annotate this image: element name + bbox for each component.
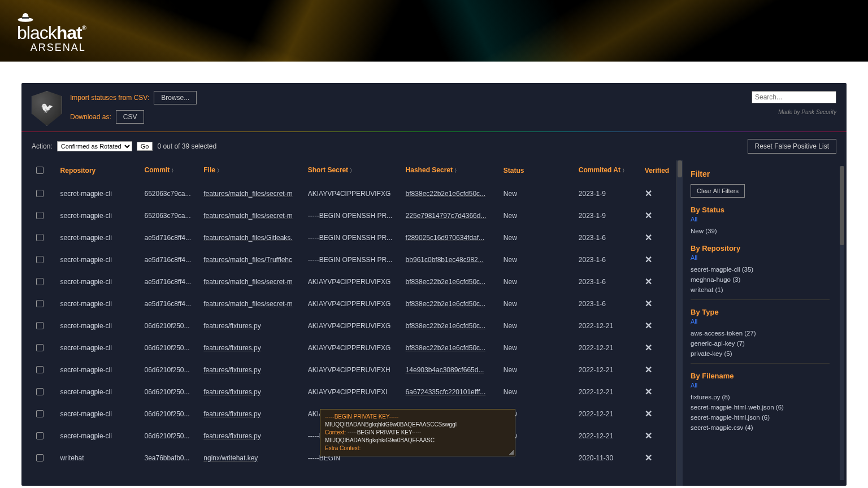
cell-repo: secret-magpie-cli [56, 182, 140, 204]
resize-handle-icon[interactable] [509, 450, 514, 455]
go-button[interactable]: Go [137, 142, 153, 151]
reset-false-positive-button[interactable]: Reset False Positive List [748, 139, 836, 154]
table-row[interactable]: secret-magpie-cli652063c79ca...features/… [32, 182, 676, 204]
repo-all-link[interactable]: All [691, 254, 830, 261]
cell-file-link[interactable]: features/match_files/secret-m [203, 300, 292, 308]
cell-file-link[interactable]: features/fixtures.py [203, 344, 261, 352]
col-short-secret[interactable]: Short Secret〉 [303, 160, 401, 182]
cell-hashed-link[interactable]: bf838ec22b2e1e6cfd50c... [406, 344, 485, 352]
cell-hashed-link[interactable]: bf838ec22b2e1e6cfd50c... [406, 322, 485, 330]
cell-hashed-link[interactable]: 6a6724335cfc220101efff... [406, 388, 486, 396]
banner-geometry [0, 0, 868, 62]
cell-commit: ae5d716c8ff4... [140, 249, 199, 271]
filter-type-item[interactable]: aws-access-token (27) [691, 328, 830, 338]
cell-hashed-link[interactable]: bf838ec22b2e1e6cfd50c... [406, 300, 485, 308]
row-checkbox[interactable] [36, 388, 44, 395]
cell-commit: 06d6210f250... [140, 359, 199, 381]
cell-file-link[interactable]: features/fixtures.py [203, 388, 261, 396]
col-file[interactable]: File〉 [199, 160, 303, 182]
verified-cross-icon: ✕ [640, 425, 676, 447]
cell-file-link[interactable]: features/fixtures.py [203, 410, 261, 418]
cell-file-link[interactable]: features/match_files/Trufflehc [203, 256, 292, 264]
cell-status: New [499, 226, 574, 249]
cell-file-link[interactable]: features/match_files/secret-m [203, 190, 292, 198]
col-status[interactable]: Status [499, 160, 574, 182]
filter-status-item[interactable]: New (39) [691, 226, 830, 236]
table-row[interactable]: secret-magpie-cliae5d716c8ff4...features… [32, 226, 676, 249]
cell-date: 2022-12-21 [574, 403, 640, 425]
row-checkbox[interactable] [36, 454, 44, 461]
search-input[interactable] [752, 91, 836, 103]
table-row[interactable]: secret-magpie-cliae5d716c8ff4...features… [32, 249, 676, 271]
status-all-link[interactable]: All [691, 216, 830, 223]
row-checkbox[interactable] [36, 410, 44, 417]
col-hashed-secret[interactable]: Hashed Secret〉 [401, 160, 499, 182]
cell-file-link[interactable]: features/match_files/secret-m [203, 212, 292, 220]
type-all-link[interactable]: All [691, 318, 830, 325]
col-repository[interactable]: Repository [56, 160, 140, 182]
cell-repo: secret-magpie-cli [56, 271, 140, 293]
filter-file-item[interactable]: secret-magpie.csv (4) [691, 422, 830, 433]
cell-hashed-link[interactable]: 14e903b4ac3089cf665d... [406, 366, 484, 374]
table-row[interactable]: secret-magpie-cli06d6210f250...features/… [32, 359, 676, 381]
row-checkbox[interactable] [36, 344, 44, 351]
verified-cross-icon: ✕ [640, 337, 676, 359]
row-checkbox[interactable] [36, 366, 44, 373]
cell-commit: 06d6210f250... [140, 425, 199, 447]
cell-hashed-link[interactable]: 225e79814797c7d4366d... [406, 212, 487, 220]
col-verified[interactable]: Verified [640, 160, 676, 182]
filter-type-item[interactable]: generic-api-key (7) [691, 338, 830, 348]
cell-file-link[interactable]: features/match_files/secret-m [203, 278, 292, 286]
cell-file-link[interactable]: features/fixtures.py [203, 322, 261, 330]
file-all-link[interactable]: All [691, 382, 830, 389]
brand-banner: blackhat® ARSENAL [0, 0, 868, 62]
filter-file-item[interactable]: secret-magpie-html.json (6) [691, 412, 830, 422]
cell-date: 2023-1-6 [574, 293, 640, 315]
cell-hashed-link[interactable]: bb961c0bf8b1ec48c982... [406, 256, 484, 264]
filter-type-item[interactable]: private-key (5) [691, 348, 830, 359]
col-committed-at[interactable]: Commited At〉 [574, 160, 640, 182]
cell-hashed-link[interactable]: bf838ec22b2e1e6cfd50c... [406, 190, 485, 198]
row-checkbox[interactable] [36, 256, 44, 263]
verified-cross-icon: ✕ [640, 315, 676, 337]
cell-status: New [499, 381, 574, 403]
action-select[interactable]: Confirmed as Rotated [57, 141, 132, 151]
selection-count: 0 out of 39 selected [157, 142, 216, 150]
cell-hashed-link[interactable]: bf838ec22b2e1e6cfd50c... [406, 278, 485, 286]
filter-repo-item[interactable]: secret-magpie-cli (35) [691, 264, 830, 274]
table-scrollbar[interactable] [676, 160, 683, 486]
table-row[interactable]: secret-magpie-cli06d6210f250...features/… [32, 381, 676, 403]
table-row[interactable]: secret-magpie-cli06d6210f250...features/… [32, 337, 676, 359]
cell-file-link[interactable]: features/fixtures.py [203, 366, 261, 374]
row-checkbox[interactable] [36, 322, 44, 329]
clear-all-filters-button[interactable]: Clear All Filters [691, 184, 745, 198]
table-row[interactable]: secret-magpie-cli06d6210f250...features/… [32, 315, 676, 337]
cell-file-link[interactable]: features/fixtures.py [203, 432, 261, 440]
select-all-checkbox[interactable] [36, 167, 44, 174]
filter-repo-item[interactable]: writehat (1) [691, 285, 830, 295]
sidebar-scrollbar[interactable] [840, 166, 844, 480]
table-row[interactable]: secret-magpie-cli652063c79ca...features/… [32, 204, 676, 226]
cell-status: New [499, 293, 574, 315]
filter-repo-item[interactable]: meghna-hugo (3) [691, 274, 830, 285]
table-row[interactable]: secret-magpie-cliae5d716c8ff4...features… [32, 271, 676, 293]
row-checkbox[interactable] [36, 300, 44, 307]
verified-cross-icon: ✕ [640, 226, 676, 249]
row-checkbox[interactable] [36, 278, 44, 285]
row-checkbox[interactable] [36, 234, 44, 241]
table-row[interactable]: secret-magpie-cliae5d716c8ff4...features… [32, 293, 676, 315]
row-checkbox[interactable] [36, 190, 44, 197]
filter-file-item[interactable]: secret-magpie-html-web.json (6) [691, 402, 830, 412]
verified-cross-icon: ✕ [640, 182, 676, 204]
row-checkbox[interactable] [36, 212, 44, 219]
cell-commit: 06d6210f250... [140, 315, 199, 337]
col-commit[interactable]: Commit〉 [140, 160, 199, 182]
cell-hashed-link[interactable]: f289025c16d970634fdaf... [406, 234, 484, 242]
cell-file-link[interactable]: features/match_files/Gitleaks. [203, 234, 292, 242]
browse-button[interactable]: Browse... [154, 91, 197, 104]
cell-file-link[interactable]: nginx/writehat.key [203, 454, 258, 462]
csv-button[interactable]: CSV [116, 110, 145, 124]
cell-short-secret: AKIAYVP4CIPPERUVIFXG [303, 182, 401, 204]
filter-file-item[interactable]: fixtures.py (8) [691, 392, 830, 402]
row-checkbox[interactable] [36, 432, 44, 439]
